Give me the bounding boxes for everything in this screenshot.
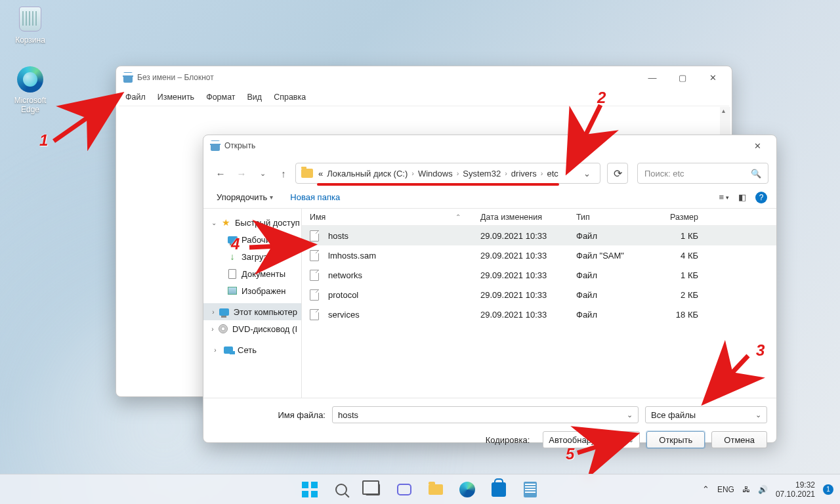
document-icon [228,269,236,279]
taskbar-taskview[interactable] [360,476,386,503]
crumb-windows[interactable]: Windows [418,169,453,178]
tray-volume-icon[interactable]: 🔊 [758,485,768,494]
close-button[interactable] [698,68,728,87]
tray-clock[interactable]: 19:32 07.10.2021 [776,480,815,499]
disc-icon [219,324,228,333]
nav-forward-button[interactable]: → [232,164,251,182]
taskbar-search[interactable] [328,476,354,503]
crumb-c[interactable]: Локальный диск (C:) [327,169,408,178]
cancel-button[interactable]: Отмена [711,431,767,448]
refresh-button[interactable]: ⟳ [607,163,628,184]
chevron-down-icon: ▾ [270,194,273,201]
tree-quick-access[interactable]: ⌄ ★ Быстрый доступ [203,214,301,231]
taskbar-chat[interactable] [391,476,417,503]
tray-notifications[interactable]: 1 [823,484,833,495]
open-dialog-title: Открыть [224,141,255,150]
col-name[interactable]: Имя⌃ [310,213,480,222]
nav-back-button[interactable]: ← [211,164,230,182]
notepad-titlebar[interactable]: Без имени – Блокнот [116,66,732,89]
annotation-5: 5 [566,445,574,463]
taskbar-edge[interactable] [454,476,480,503]
desktop-icon-edge[interactable]: Microsoft Edge [5,66,55,114]
preview-pane-button[interactable]: ◧ [738,192,746,202]
tray-language[interactable]: ENG [717,485,734,494]
nav-up-button[interactable]: ↑ [274,164,293,182]
desktop-icon-recycle-bin[interactable]: Корзина [5,5,55,45]
minimize-button[interactable] [637,68,667,87]
menu-format[interactable]: Формат [201,91,240,103]
menu-edit[interactable]: Изменить [152,91,200,103]
file-row[interactable]: networks 29.09.2021 10:33 Файл 1 КБ [302,265,776,285]
search-placeholder: Поиск: etc [644,169,684,178]
help-button[interactable]: ? [755,192,767,203]
chevron-down-icon: ⌄ [211,219,217,226]
annotation-1: 1 [39,131,48,150]
maximize-button[interactable] [667,68,698,87]
notepad-menubar: Файл Изменить Формат Вид Справка [116,89,732,106]
pc-icon [219,308,229,316]
col-type[interactable]: Тип [576,213,652,222]
annotation-3: 3 [756,341,765,360]
encoding-select[interactable]: Автообнаружение ⌄ [543,431,640,448]
chevron-right-icon: › [211,346,219,354]
new-folder-button[interactable]: Новая папка [286,190,344,205]
folder-icon [301,169,313,178]
tray-chevron-icon[interactable]: ⌃ [702,484,709,494]
taskbar-notepad[interactable] [517,476,543,503]
tree-dvd[interactable]: › DVD-дисковод (I [203,320,301,337]
start-button[interactable] [297,476,323,503]
tree-network[interactable]: › Сеть [203,341,301,358]
chevron-right-icon: › [211,308,215,316]
sort-asc-icon: ⌃ [455,213,480,220]
taskbar: ⌃ ENG 🖧 🔊 19:32 07.10.2021 1 [0,474,840,504]
menu-help[interactable]: Справка [268,91,311,103]
taskbar-store[interactable] [486,476,512,503]
address-bar[interactable]: « Локальный диск (C:) › Windows › System… [295,163,600,184]
file-icon [310,230,319,242]
search-input[interactable]: Поиск: etc 🔍 [637,163,768,184]
file-list: Имя⌃ Дата изменения Тип Размер hosts 29.… [302,209,776,398]
chevron-right-icon: › [541,169,543,177]
menu-view[interactable]: Вид [242,91,268,103]
taskview-icon [366,484,380,495]
tree-documents[interactable]: Документы [203,265,301,282]
chevron-right-icon: › [211,326,214,333]
filename-input[interactable]: hosts ⌄ [332,406,639,423]
address-dropdown[interactable]: ⌄ [579,169,595,178]
menu-file[interactable]: Файл [120,91,151,103]
crumb-drivers[interactable]: drivers [511,169,537,178]
recycle-bin-icon [19,7,41,32]
file-row[interactable]: hosts 29.09.2021 10:33 Файл 1 КБ [302,226,776,245]
crumb-etc[interactable]: etc [547,169,558,178]
col-size[interactable]: Размер [652,213,698,222]
tray-network-icon[interactable]: 🖧 [742,485,750,494]
notepad-icon [211,140,220,151]
annotation-underline [317,183,559,186]
view-options-button[interactable]: ≡ ▾ [719,192,729,202]
search-icon: 🔍 [751,169,761,178]
file-row[interactable]: lmhosts.sam 29.09.2021 10:33 Файл "SAM" … [302,245,776,265]
tree-this-pc[interactable]: › Этот компьютер [203,303,301,320]
tree-pictures[interactable]: Изображен [203,282,301,299]
chevron-down-icon: ⌄ [627,411,633,419]
open-button[interactable]: Открыть [646,431,705,448]
file-row[interactable]: services 29.09.2021 10:33 Файл 18 КБ [302,304,776,324]
recycle-bin-label: Корзина [5,35,55,45]
star-icon: ★ [220,217,231,228]
pictures-icon [228,287,237,295]
taskbar-explorer[interactable] [423,476,449,503]
file-icon [310,309,319,320]
file-filter-select[interactable]: Все файлы ⌄ [645,406,767,423]
open-dialog-titlebar[interactable]: Открыть [203,135,776,156]
file-row[interactable]: protocol 29.09.2021 10:33 Файл 2 КБ [302,285,776,304]
crumb-system32[interactable]: System32 [463,169,501,178]
chevron-right-icon: › [505,169,507,177]
edge-icon [17,66,43,93]
col-date[interactable]: Дата изменения [480,213,576,222]
tree-downloads[interactable]: ↓ Загрузки [203,248,301,265]
organize-button[interactable]: Упорядочить ▾ [213,190,277,205]
tree-desktop[interactable]: Рабочий сто [203,231,301,248]
dialog-close-button[interactable] [742,136,772,156]
nav-recent-button[interactable]: ⌄ [253,164,272,182]
chat-icon [397,484,411,495]
